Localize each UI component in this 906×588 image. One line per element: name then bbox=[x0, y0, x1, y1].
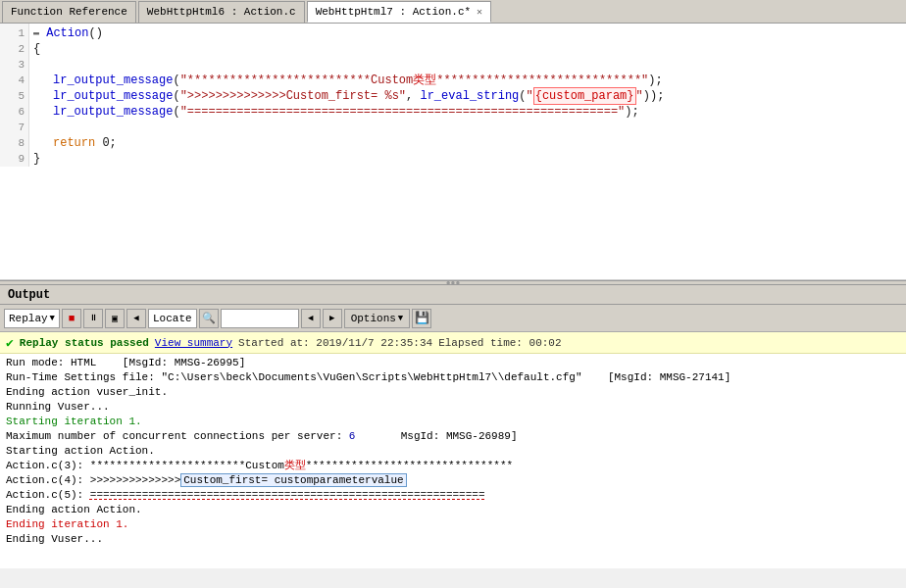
locate-label: Locate bbox=[153, 313, 192, 324]
replay-label: Replay bbox=[9, 313, 48, 324]
code-line-1: ▬ Action() bbox=[33, 25, 902, 41]
code-line-8: return 0; bbox=[33, 135, 902, 151]
code-content[interactable]: ▬ Action() { lr_output_message("********… bbox=[29, 24, 906, 279]
options-label: Options bbox=[351, 313, 396, 324]
code-line-4: lr_output_message("*********************… bbox=[33, 73, 902, 88]
output-title: Output bbox=[8, 288, 50, 302]
tab-function-reference[interactable]: Function Reference bbox=[2, 1, 136, 23]
tab-label: Function Reference bbox=[11, 6, 127, 18]
code-line-2: { bbox=[33, 41, 902, 57]
dropdown-arrow-icon: ▼ bbox=[50, 314, 55, 323]
replay-dropdown[interactable]: Replay ▼ bbox=[4, 309, 60, 328]
save-button[interactable]: 💾 bbox=[412, 309, 431, 328]
started-at-text: Started at: 2019/11/7 22:35:34 bbox=[238, 337, 432, 349]
search-input[interactable] bbox=[221, 309, 299, 328]
output-line: Run mode: HTML [MsgId: MMSG-26995] bbox=[6, 356, 900, 370]
output-line: Ending action vuser_init. bbox=[6, 385, 900, 400]
output-line: Run-Time Settings file: "C:\Users\beck\D… bbox=[6, 370, 900, 385]
output-header: Output bbox=[0, 285, 906, 305]
output-line-dashed: Action.c(5): ===========================… bbox=[6, 488, 900, 503]
tab-webhttphtml7[interactable]: WebHttpHtml7 : Action.c* ✕ bbox=[307, 1, 491, 23]
code-line-5: lr_output_message(">>>>>>>>>>>>>>Custom_… bbox=[33, 88, 902, 104]
output-line-highlight: Action.c(4): >>>>>>>>>>>>>>Custom_first=… bbox=[6, 473, 900, 488]
record-button[interactable]: ▣ bbox=[105, 309, 125, 328]
stop-button[interactable]: ■ bbox=[62, 309, 81, 328]
code-line-7 bbox=[33, 120, 902, 135]
elapsed-time-text: Elapsed time: 00:02 bbox=[438, 337, 561, 349]
output-panel: Output Replay ▼ ■ ⏸ ▣ ◀ Locate 🔍 ◀ ▶ Opt… bbox=[0, 285, 906, 568]
output-toolbar: Replay ▼ ■ ⏸ ▣ ◀ Locate 🔍 ◀ ▶ Options ▼ … bbox=[0, 305, 906, 332]
code-panel: 1 2 3 4 5 6 7 8 9 ▬ Action() { lr_output… bbox=[0, 24, 906, 280]
output-line-green: Starting iteration 1. bbox=[6, 415, 900, 429]
output-content[interactable]: Run mode: HTML [MsgId: MMSG-26995] Run-T… bbox=[0, 354, 906, 568]
output-line-red: Ending iteration 1. bbox=[6, 517, 900, 532]
nav-prev-icon[interactable]: ◀ bbox=[301, 309, 321, 328]
save-icon: 💾 bbox=[415, 311, 429, 325]
search-icon-btn[interactable]: 🔍 bbox=[199, 309, 219, 328]
code-line-9: } bbox=[33, 151, 902, 167]
line-numbers: 1 2 3 4 5 6 7 8 9 bbox=[0, 24, 29, 167]
tab-bar: Function Reference WebHttpHtml6 : Action… bbox=[0, 0, 906, 24]
output-line: Starting action Action. bbox=[6, 444, 900, 459]
pause-button[interactable]: ⏸ bbox=[83, 309, 103, 328]
tab-label: WebHttpHtml6 : Action.c bbox=[147, 6, 296, 18]
tab-webhttphtml6[interactable]: WebHttpHtml6 : Action.c bbox=[138, 1, 305, 23]
output-line: Ending action Action. bbox=[6, 503, 900, 517]
code-line-3 bbox=[33, 57, 902, 73]
output-line: Maximum number of concurrent connections… bbox=[6, 429, 900, 444]
locate-left-icon[interactable]: ◀ bbox=[126, 309, 146, 328]
tab-close-icon[interactable]: ✕ bbox=[477, 6, 482, 18]
output-line: Action.c(3): ************************Cus… bbox=[6, 459, 900, 473]
check-icon: ✔ bbox=[6, 335, 14, 351]
options-arrow-icon: ▼ bbox=[398, 314, 403, 323]
code-line-6: lr_output_message("=====================… bbox=[33, 104, 902, 120]
status-bar: ✔ Replay status passed View summary Star… bbox=[0, 332, 906, 354]
output-line: Ending Vuser... bbox=[6, 532, 900, 547]
nav-next-icon[interactable]: ▶ bbox=[323, 309, 342, 328]
status-passed-text: Replay status passed bbox=[20, 337, 149, 349]
options-dropdown[interactable]: Options ▼ bbox=[344, 309, 411, 328]
view-summary-link[interactable]: View summary bbox=[155, 337, 232, 349]
output-line: Running Vuser... bbox=[6, 400, 900, 415]
tab-label: WebHttpHtml7 : Action.c* bbox=[316, 6, 471, 18]
locate-button[interactable]: Locate bbox=[148, 309, 197, 328]
